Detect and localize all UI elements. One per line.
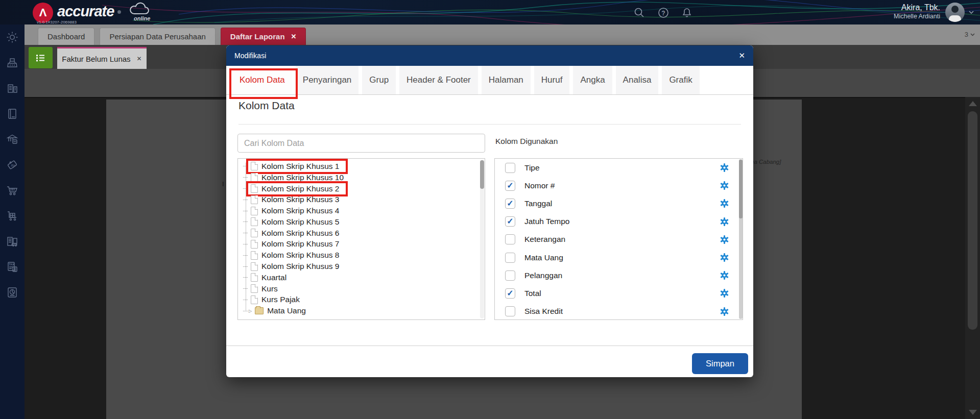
report-text-fragment-right: ua Cabang] bbox=[751, 159, 781, 165]
column-checkbox[interactable]: ✓ bbox=[505, 199, 515, 209]
used-column-row: ✓ Mata Uang bbox=[495, 249, 743, 266]
modal-tab-label: Analisa bbox=[623, 75, 652, 85]
app-root: Λ accurate online v1.0.1#3207-2069883 ? … bbox=[0, 0, 980, 419]
help-icon[interactable]: ? bbox=[657, 7, 670, 19]
column-checkbox[interactable]: ✓ bbox=[505, 216, 515, 227]
user-menu-chevron-down-icon[interactable] bbox=[969, 11, 974, 14]
modal-tab-label: Grafik bbox=[669, 75, 692, 85]
modal-tab[interactable]: Penyaringan bbox=[296, 66, 358, 94]
used-column-label: Nomor # bbox=[524, 181, 555, 190]
modal-tab[interactable]: Analisa bbox=[616, 66, 659, 94]
delivery-trolley-icon[interactable] bbox=[0, 203, 25, 229]
tree-item-box: Mata Uang bbox=[250, 303, 314, 318]
column-settings-gear-icon[interactable] bbox=[720, 199, 729, 208]
fixed-asset-building-car-icon[interactable] bbox=[0, 229, 25, 254]
main-scrollbar[interactable] bbox=[965, 97, 980, 419]
column-checkbox[interactable]: ✓ bbox=[505, 253, 515, 263]
modifikasi-modal: Modifikasi ✕ Kolom Data Penyaringan Grup… bbox=[226, 45, 753, 377]
column-checkbox[interactable]: ✓ bbox=[505, 270, 515, 281]
shopping-cart-icon[interactable] bbox=[0, 178, 25, 203]
main-tabs: Dashboard ✕ Persiapan Data Perusahaan ✕ … bbox=[38, 28, 306, 45]
price-tag-rp-icon[interactable]: Rp bbox=[0, 152, 25, 178]
search-icon[interactable] bbox=[633, 7, 646, 19]
kolom-data-tree: ▷ Kolom Skrip Khusus 1 ▷ bbox=[237, 158, 485, 320]
section-title: Kolom Data bbox=[238, 100, 295, 112]
modal-tab[interactable]: Kolom Data bbox=[232, 66, 292, 94]
report-list-button[interactable] bbox=[29, 47, 53, 68]
main-tab-label: Dashboard bbox=[47, 28, 85, 45]
close-report-tab-icon[interactable]: ✕ bbox=[137, 55, 142, 62]
column-settings-gear-icon[interactable] bbox=[720, 235, 729, 244]
used-column-row: ✓ Pelanggan bbox=[495, 266, 743, 284]
modal-close-icon[interactable]: ✕ bbox=[738, 51, 745, 60]
report-tab-faktur-belum-lunas[interactable]: Faktur Belum Lunas ✕ bbox=[57, 47, 147, 69]
company-name: Akira, Tbk. bbox=[894, 3, 940, 13]
main-tab[interactable]: Daftar Laporan ✕ bbox=[221, 28, 306, 45]
column-settings-gear-icon[interactable] bbox=[720, 163, 729, 172]
modal-tab-label: Halaman bbox=[489, 75, 523, 85]
user-info[interactable]: Akira, Tbk. Michelle Ardianti bbox=[894, 3, 940, 20]
column-settings-gear-icon[interactable] bbox=[720, 253, 729, 262]
used-column-label: Jatuh Tempo bbox=[524, 217, 569, 226]
checkmark-icon: ✓ bbox=[507, 217, 513, 226]
scroll-down-arrow-icon[interactable] bbox=[969, 410, 977, 415]
main-tab[interactable]: Dashboard ✕ bbox=[38, 28, 94, 45]
column-checkbox[interactable]: ✓ bbox=[505, 163, 515, 173]
column-settings-gear-icon[interactable] bbox=[720, 307, 729, 316]
avatar[interactable] bbox=[945, 3, 965, 22]
main-tab[interactable]: Persiapan Data Perusahaan ✕ bbox=[100, 28, 215, 45]
modal-tab[interactable]: Angka bbox=[573, 66, 612, 94]
modal-tab[interactable]: Huruf bbox=[534, 66, 570, 94]
close-tab-icon[interactable]: ✕ bbox=[291, 28, 297, 45]
scroll-up-arrow-icon[interactable] bbox=[969, 101, 977, 106]
cash-register-icon[interactable] bbox=[0, 50, 25, 76]
notifications-bell-icon[interactable] bbox=[681, 7, 693, 19]
company-buildings-icon[interactable] bbox=[0, 76, 25, 101]
checkmark-icon: ✓ bbox=[507, 200, 513, 208]
used-column-row: ✓ Jatuh Tempo bbox=[495, 213, 743, 231]
main-tab-strip: Dashboard ✕ Persiapan Data Perusahaan ✕ … bbox=[25, 24, 980, 45]
used-column-row: ✓ Nomor # bbox=[495, 177, 743, 194]
modal-tab[interactable]: Grafik bbox=[662, 66, 699, 94]
modal-tab-label: Penyaringan bbox=[303, 75, 351, 85]
column-checkbox[interactable]: ✓ bbox=[505, 306, 515, 316]
modal-tab[interactable]: Header & Footer bbox=[399, 66, 478, 94]
column-settings-gear-icon[interactable] bbox=[720, 270, 729, 280]
report-pie-chart-icon[interactable] bbox=[0, 280, 25, 305]
tree-branch-line bbox=[243, 311, 248, 311]
column-settings-gear-icon[interactable] bbox=[720, 181, 729, 190]
used-column-row: ✓ Tipe bbox=[495, 159, 743, 177]
column-settings-gear-icon[interactable] bbox=[720, 288, 729, 298]
scrollbar-thumb[interactable] bbox=[968, 111, 977, 330]
modal-tab-label: Angka bbox=[580, 75, 605, 85]
ledger-book-icon[interactable] bbox=[0, 101, 25, 127]
logo-online-label: online bbox=[134, 15, 150, 21]
modal-tab[interactable]: Halaman bbox=[482, 66, 531, 94]
used-list-scrollbar-thumb[interactable] bbox=[739, 160, 743, 218]
used-column-label: Pelanggan bbox=[524, 271, 562, 280]
tab-overflow-count: 3 bbox=[965, 31, 968, 38]
report-text-fragment-left: I bbox=[222, 180, 224, 188]
modal-tab[interactable]: Grup bbox=[362, 66, 396, 94]
main-tab-label: Daftar Laporan bbox=[230, 28, 285, 45]
checkmark-icon: ✓ bbox=[507, 289, 513, 298]
column-checkbox[interactable]: ✓ bbox=[505, 181, 515, 191]
footer-divider bbox=[226, 346, 753, 346]
cloud-icon bbox=[129, 2, 152, 15]
modal-title: Modifikasi bbox=[234, 52, 266, 60]
tree-scrollbar-thumb[interactable] bbox=[480, 160, 484, 189]
tree-item[interactable]: ▷ Mata Uang bbox=[243, 305, 485, 316]
used-column-row: ✓ Keterangan bbox=[495, 231, 743, 249]
search-kolom-data-input[interactable] bbox=[237, 134, 485, 153]
simpan-button[interactable]: Simpan bbox=[692, 353, 748, 374]
column-checkbox[interactable]: ✓ bbox=[505, 234, 515, 244]
sidebar: Rp TAX bbox=[0, 24, 25, 419]
settings-gear-icon[interactable] bbox=[0, 24, 25, 50]
tax-document-icon[interactable]: TAX bbox=[0, 254, 25, 280]
report-tab-label: Faktur Belum Lunas bbox=[62, 55, 130, 63]
tab-overflow-indicator[interactable]: 3 bbox=[965, 31, 975, 38]
column-settings-gear-icon[interactable] bbox=[720, 217, 729, 227]
bank-money-icon[interactable] bbox=[0, 127, 25, 152]
column-checkbox[interactable]: ✓ bbox=[505, 288, 515, 299]
used-column-label: Mata Uang bbox=[524, 253, 563, 262]
